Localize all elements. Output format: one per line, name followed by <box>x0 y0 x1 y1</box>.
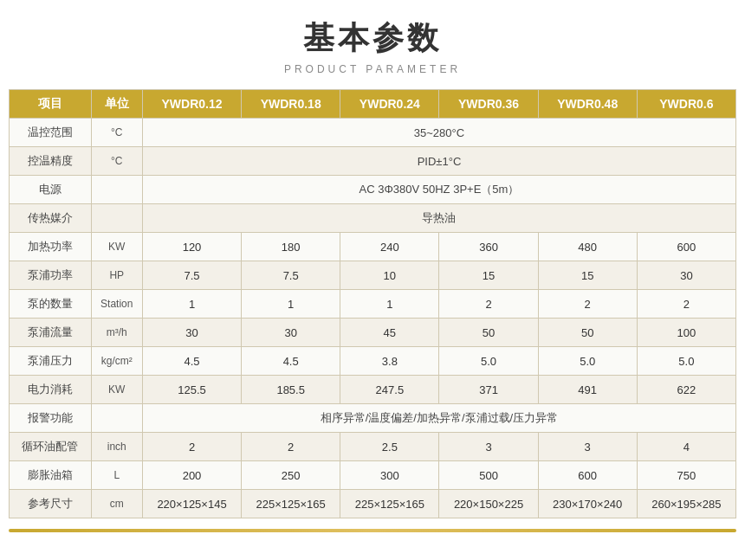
bottom-decoration-line <box>9 529 736 532</box>
row-label: 温控范围 <box>10 119 92 147</box>
row-unit: m³/h <box>91 319 142 347</box>
row-span-value: 相序异常/温度偏差/加热异常/泵浦过载/压力异常 <box>142 404 735 433</box>
row-value: 2 <box>439 290 538 319</box>
row-unit <box>91 404 142 433</box>
row-label: 泵的数量 <box>10 290 92 319</box>
row-value: 50 <box>439 319 538 347</box>
row-value: 1 <box>142 290 241 319</box>
page-title-en: PRODUCT PARAMETER <box>284 63 461 75</box>
row-label: 泵浦流量 <box>10 319 92 347</box>
row-value: 225×125×165 <box>340 490 439 518</box>
row-unit: L <box>91 461 142 490</box>
row-value: 300 <box>340 461 439 490</box>
row-value: 100 <box>637 319 735 347</box>
row-value: 225×125×165 <box>242 490 340 518</box>
col-header-model-YWDR0.48: YWDR0.48 <box>538 90 637 119</box>
row-label: 泵浦功率 <box>10 261 92 290</box>
row-value: 45 <box>340 319 439 347</box>
table-row: 控温精度°CPID±1°C <box>10 147 736 176</box>
row-unit: °C <box>91 147 142 176</box>
row-value: 1 <box>340 290 439 319</box>
row-unit: KW <box>91 376 142 404</box>
row-unit: Station <box>91 290 142 319</box>
row-value: 7.5 <box>142 261 241 290</box>
row-value: 5.0 <box>637 347 735 376</box>
col-header-model-YWDR0.36: YWDR0.36 <box>439 90 538 119</box>
row-value: 4 <box>637 433 735 461</box>
row-value: 260×195×285 <box>637 490 735 518</box>
row-value: 622 <box>637 376 735 404</box>
row-value: 230×170×240 <box>538 490 637 518</box>
row-unit: HP <box>91 261 142 290</box>
row-span-value: PID±1°C <box>142 147 735 176</box>
row-value: 2 <box>538 290 637 319</box>
row-label: 电力消耗 <box>10 376 92 404</box>
row-value: 220×125×145 <box>142 490 241 518</box>
row-value: 750 <box>637 461 735 490</box>
row-unit: inch <box>91 433 142 461</box>
table-row: 加热功率KW120180240360480600 <box>10 233 736 261</box>
row-label: 电源 <box>10 176 92 204</box>
row-value: 10 <box>340 261 439 290</box>
row-value: 30 <box>242 319 340 347</box>
row-value: 360 <box>439 233 538 261</box>
col-header-item: 项目 <box>10 90 92 119</box>
param-table: 项目单位YWDR0.12YWDR0.18YWDR0.24YWDR0.36YWDR… <box>9 89 736 518</box>
table-row: 泵浦流量m³/h3030455050100 <box>10 319 736 347</box>
row-value: 220×150×225 <box>439 490 538 518</box>
table-row: 泵浦压力kg/cm²4.54.53.85.05.05.0 <box>10 347 736 376</box>
row-label: 传热媒介 <box>10 204 92 233</box>
row-value: 2 <box>637 290 735 319</box>
row-value: 185.5 <box>242 376 340 404</box>
row-value: 1 <box>242 290 340 319</box>
row-value: 4.5 <box>242 347 340 376</box>
row-value: 15 <box>439 261 538 290</box>
table-row: 温控范围°C35~280°C <box>10 119 736 147</box>
row-value: 371 <box>439 376 538 404</box>
table-row: 电源AC 3Φ380V 50HZ 3P+E（5m） <box>10 176 736 204</box>
row-value: 5.0 <box>538 347 637 376</box>
table-row: 参考尺寸cm220×125×145225×125×165225×125×1652… <box>10 490 736 518</box>
row-value: 600 <box>637 233 735 261</box>
row-unit: cm <box>91 490 142 518</box>
row-unit <box>91 176 142 204</box>
row-span-value: 导热油 <box>142 204 735 233</box>
row-value: 3 <box>538 433 637 461</box>
row-value: 2 <box>142 433 241 461</box>
row-value: 30 <box>637 261 735 290</box>
col-header-unit: 单位 <box>91 90 142 119</box>
row-value: 4.5 <box>142 347 241 376</box>
row-value: 5.0 <box>439 347 538 376</box>
table-row: 循环油配管inch222.5334 <box>10 433 736 461</box>
col-header-model-YWDR0.18: YWDR0.18 <box>242 90 340 119</box>
row-span-value: 35~280°C <box>142 119 735 147</box>
row-value: 125.5 <box>142 376 241 404</box>
row-unit: °C <box>91 119 142 147</box>
row-span-value: AC 3Φ380V 50HZ 3P+E（5m） <box>142 176 735 204</box>
row-label: 循环油配管 <box>10 433 92 461</box>
row-value: 247.5 <box>340 376 439 404</box>
row-label: 参考尺寸 <box>10 490 92 518</box>
row-value: 120 <box>142 233 241 261</box>
row-unit <box>91 204 142 233</box>
row-value: 2 <box>242 433 340 461</box>
page-title-cn: 基本参数 <box>303 17 442 60</box>
table-header-row: 项目单位YWDR0.12YWDR0.18YWDR0.24YWDR0.36YWDR… <box>10 90 736 119</box>
row-value: 200 <box>142 461 241 490</box>
col-header-model-YWDR0.12: YWDR0.12 <box>142 90 241 119</box>
row-value: 7.5 <box>242 261 340 290</box>
row-value: 500 <box>439 461 538 490</box>
row-value: 3.8 <box>340 347 439 376</box>
row-value: 30 <box>142 319 241 347</box>
row-unit: kg/cm² <box>91 347 142 376</box>
table-row: 传热媒介导热油 <box>10 204 736 233</box>
table-row: 电力消耗KW125.5185.5247.5371491622 <box>10 376 736 404</box>
row-value: 15 <box>538 261 637 290</box>
table-row: 泵浦功率HP7.57.510151530 <box>10 261 736 290</box>
table-row: 报警功能相序异常/温度偏差/加热异常/泵浦过载/压力异常 <box>10 404 736 433</box>
row-label: 报警功能 <box>10 404 92 433</box>
row-value: 480 <box>538 233 637 261</box>
row-unit: KW <box>91 233 142 261</box>
row-label: 泵浦压力 <box>10 347 92 376</box>
row-value: 2.5 <box>340 433 439 461</box>
